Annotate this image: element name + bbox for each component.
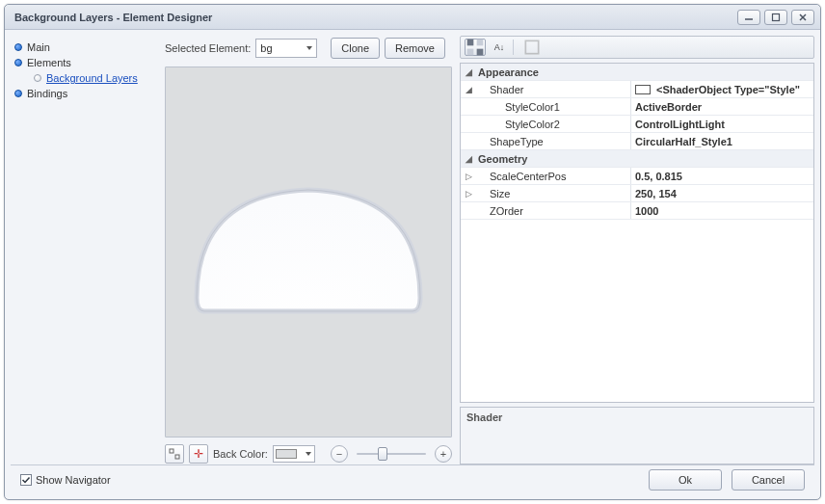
az-icon: A↓ (494, 42, 505, 52)
ok-button[interactable]: Ok (649, 469, 722, 491)
close-icon (798, 13, 808, 22)
property-row-stylecolor1[interactable]: StyleColor1 ActiveBorder (461, 98, 813, 116)
element-toolbar: Selected Element: bg Clone Remove (165, 36, 452, 61)
cancel-button[interactable]: Cancel (732, 469, 805, 491)
minimize-icon (744, 13, 754, 22)
slider-thumb[interactable] (378, 447, 387, 461)
center-button[interactable]: ✛ (189, 444, 208, 464)
canvas-toolbar: ✛ Back Color: − + (165, 443, 452, 464)
pages-icon (522, 38, 542, 57)
close-button[interactable] (791, 10, 814, 25)
color-swatch (635, 85, 651, 94)
property-row-zorder[interactable]: ZOrder 1000 (461, 202, 813, 220)
bullet-icon (14, 43, 22, 51)
property-row-scalecenterpos[interactable]: ▷ ScaleCenterPos 0.5, 0.815 (461, 168, 813, 185)
properties-panel: A↓ ◢ Appearance ◢ S (456, 36, 814, 464)
bullet-icon (14, 90, 22, 97)
window-title: Background Layers - Element Designer (14, 12, 733, 23)
sidebar-item-label: Bindings (27, 88, 67, 99)
properties-toolbar: A↓ (460, 36, 814, 59)
zoom-slider[interactable] (357, 445, 426, 463)
show-navigator-checkbox[interactable]: Show Navigator (20, 474, 111, 486)
remove-button[interactable]: Remove (385, 38, 445, 59)
property-value[interactable]: 250, 154 (630, 185, 813, 201)
zoom-in-button[interactable]: + (435, 445, 452, 463)
svg-rect-5 (175, 455, 179, 459)
main-grid: Main Elements Background Layers Bindings (11, 36, 814, 464)
categorized-button[interactable] (465, 39, 486, 56)
selected-element-dropdown[interactable]: bg (255, 39, 317, 58)
collapse-icon[interactable]: ◢ (461, 150, 476, 167)
sidebar-item-elements[interactable]: Elements (11, 55, 161, 70)
shape-preview (187, 176, 430, 329)
titlebar: Background Layers - Element Designer (5, 5, 820, 30)
property-row-stylecolor2[interactable]: StyleColor2 ControlLightLight (461, 116, 813, 133)
preview-canvas[interactable] (165, 66, 452, 438)
collapse-icon[interactable]: ◢ (461, 81, 476, 97)
property-grid[interactable]: ◢ Appearance ◢ Shader <ShaderObject Type… (460, 63, 814, 403)
target-icon: ✛ (194, 448, 203, 460)
color-swatch (276, 449, 297, 459)
bullet-icon (34, 74, 41, 82)
sidebar-item-label: Background Layers (46, 72, 138, 84)
svg-rect-7 (477, 40, 484, 46)
property-value[interactable]: 0.5, 0.815 (630, 168, 813, 184)
property-row-shapetype[interactable]: ShapeType CircularHalf_Style1 (461, 133, 813, 150)
svg-rect-8 (467, 49, 474, 56)
edit-shape-button[interactable] (165, 444, 184, 464)
maximize-button[interactable] (764, 10, 787, 25)
backcolor-label: Back Color: (213, 448, 268, 460)
sidebar-item-label: Elements (27, 57, 71, 68)
backcolor-picker[interactable] (273, 445, 315, 463)
body: Main Elements Background Layers Bindings (5, 30, 820, 499)
edit-icon (169, 448, 180, 460)
description-title: Shader (466, 411, 502, 423)
svg-rect-10 (525, 40, 538, 53)
properties-pages-button (521, 39, 543, 56)
category-appearance[interactable]: ◢ Appearance (461, 64, 813, 81)
minimize-button[interactable] (737, 10, 760, 25)
alphabetical-button[interactable]: A↓ (489, 39, 510, 56)
slider-track (357, 453, 426, 455)
svg-rect-1 (773, 13, 780, 20)
description-panel: Shader (460, 407, 814, 464)
property-row-size[interactable]: ▷ Size 250, 154 (461, 185, 813, 202)
property-value[interactable]: ActiveBorder (630, 98, 813, 115)
footer: Show Navigator Ok Cancel (11, 464, 814, 493)
zoom-out-button[interactable]: − (331, 445, 348, 463)
sidebar-item-label: Main (27, 41, 50, 53)
property-row-shader[interactable]: ◢ Shader <ShaderObject Type="Style" (461, 81, 813, 98)
sidebar-item-main[interactable]: Main (11, 40, 161, 55)
center-column: Selected Element: bg Clone Remove (161, 36, 456, 464)
sidebar-item-background-layers[interactable]: Background Layers (11, 70, 161, 86)
svg-rect-9 (477, 49, 484, 56)
selected-element-value: bg (260, 42, 272, 54)
clone-button[interactable]: Clone (331, 38, 380, 59)
expand-icon[interactable]: ▷ (461, 168, 476, 184)
checkbox-box (20, 474, 32, 486)
show-navigator-label: Show Navigator (36, 474, 111, 486)
svg-rect-6 (467, 40, 474, 46)
property-value[interactable]: CircularHalf_Style1 (630, 133, 813, 149)
categorized-icon (466, 38, 485, 57)
bullet-icon (14, 59, 22, 66)
property-value[interactable]: <ShaderObject Type="Style" (630, 81, 813, 97)
expand-icon[interactable]: ▷ (461, 185, 476, 201)
maximize-icon (771, 13, 781, 22)
property-value[interactable]: ControlLightLight (630, 116, 813, 132)
designer-window: Background Layers - Element Designer Mai… (4, 4, 821, 500)
svg-rect-4 (170, 449, 173, 453)
sidebar-item-bindings[interactable]: Bindings (11, 86, 161, 101)
collapse-icon[interactable]: ◢ (461, 64, 476, 80)
category-geometry[interactable]: ◢ Geometry (461, 150, 813, 168)
selected-element-label: Selected Element: (165, 42, 251, 54)
sidebar: Main Elements Background Layers Bindings (11, 36, 161, 464)
check-icon (21, 475, 31, 485)
property-value[interactable]: 1000 (630, 202, 813, 219)
